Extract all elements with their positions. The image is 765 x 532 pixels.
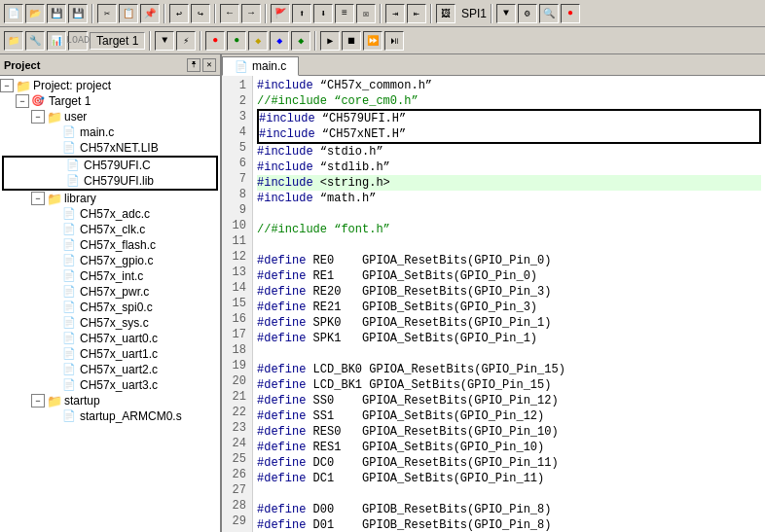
toolbar-btn-save2[interactable]: 💾 (68, 4, 88, 23)
code-line-6[interactable]: #include “stdlib.h” (257, 160, 761, 175)
toolbar-btn-r2[interactable]: 🔍 (539, 4, 559, 23)
sidebar-item-ch57x-adc[interactable]: 📄 CH57x_adc.c (0, 206, 220, 222)
toolbar-btn-blu[interactable]: ◆ (270, 31, 289, 51)
toolbar-btn-r1[interactable]: ⚙ (518, 4, 537, 23)
toolbar-btn-t4[interactable]: LOAD (68, 31, 88, 51)
toolbar-sep-2 (164, 4, 165, 23)
sidebar-item-user-folder[interactable]: − 📁 user (0, 109, 220, 124)
code-line-13[interactable]: #define RE1 GPIOA_SetBits(GPIO_Pin_0) (257, 268, 761, 284)
code-line-12[interactable]: #define RE0 GPIOA_ResetBits(GPIO_Pin_0) (257, 253, 761, 268)
code-line-9[interactable] (257, 206, 761, 222)
sidebar-item-project[interactable]: − 📁 Project: project (0, 78, 220, 93)
toolbar-btn-sel[interactable]: ▼ (155, 31, 174, 51)
target-expander[interactable]: − (16, 94, 29, 108)
code-line-5[interactable]: #include “stdio.h” (257, 144, 761, 160)
toolbar-btn-save[interactable]: 💾 (47, 4, 66, 23)
sidebar-item-ch57x-uart1[interactable]: 📄 CH57x_uart1.c (0, 346, 220, 362)
toolbar-btn-clr-bk[interactable]: ☒ (356, 4, 376, 23)
sidebar-item-target[interactable]: − 🎯 Target 1 (0, 93, 220, 109)
code-line-28[interactable]: #define D00 GPIOB_ResetBits(GPIO_Pin_8) (257, 502, 761, 517)
toolbar-btn-undo[interactable]: ↩ (169, 4, 189, 23)
toolbar-btn-indent[interactable]: ⇥ (385, 4, 405, 23)
code-line-18[interactable] (257, 346, 761, 362)
toolbar-btn-paste[interactable]: 📌 (140, 4, 160, 23)
code-line-26[interactable]: #define DC1 GPIOA_SetBits(GPIO_Pin_11) (257, 471, 761, 486)
code-area[interactable]: 1234567891011121314151617181920212223242… (222, 76, 765, 532)
sidebar-item-ch57x-uart3[interactable]: 📄 CH57x_uart3.c (0, 377, 220, 393)
toolbar-btn-unindent[interactable]: ⇤ (407, 4, 426, 23)
code-line-24[interactable]: #define RES1 GPIOA_SetBits(GPIO_Pin_10) (257, 440, 761, 455)
user-expander[interactable]: − (31, 110, 45, 124)
toolbar-btn-red-dot[interactable]: ● (205, 31, 225, 51)
toolbar-btn-copy[interactable]: 📋 (119, 4, 138, 23)
code-line-14[interactable]: #define RE20 GPIOB_ResetBits(GPIO_Pin_3) (257, 284, 761, 300)
code-line-21[interactable]: #define SS0 GPIOA_ResetBits(GPIO_Pin_12) (257, 393, 761, 408)
toolbar-btn-open[interactable]: 📂 (25, 4, 45, 23)
code-line-7[interactable]: #include <string.h> (257, 175, 761, 191)
toolbar-btn-b1[interactable]: ⚡ (176, 31, 196, 51)
toolbar-btn-prev-bk[interactable]: ⬆ (292, 4, 311, 23)
sidebar-item-ch57x-uart0[interactable]: 📄 CH57x_uart0.c (0, 331, 220, 346)
sidebar-item-startup-folder[interactable]: − 📁 startup (0, 393, 220, 408)
toolbar-btn-dbg4[interactable]: ⏯ (384, 31, 404, 51)
toolbar-btn-dropdown[interactable]: ▼ (496, 4, 516, 23)
code-line-4[interactable]: #include “CH57xNET.H” (259, 126, 759, 142)
toolbar-btn-redo[interactable]: ↪ (191, 4, 210, 23)
sidebar-item-ch57x-gpio[interactable]: 📄 CH57x_gpio.c (0, 253, 220, 268)
project-expander[interactable]: − (0, 79, 14, 92)
code-line-29[interactable]: #define D01 GPIOB_ResetBits(GPIO_Pin_8) (257, 517, 761, 532)
startup-expander[interactable]: − (31, 394, 45, 408)
toolbar-btn-t1[interactable]: 📁 (4, 31, 23, 51)
toolbar-btn-img[interactable]: 🖼 (436, 4, 455, 23)
toolbar-btn-bookmark[interactable]: 🚩 (271, 4, 290, 23)
toolbar-btn-t2[interactable]: 🔧 (25, 31, 45, 51)
code-lines[interactable]: #include “CH57x_common.h”//#include “cor… (253, 76, 765, 532)
sidebar-item-ch57x-pwr[interactable]: 📄 CH57x_pwr.c (0, 284, 220, 300)
sidebar-item-ch57x-clk[interactable]: 📄 CH57x_clk.c (0, 222, 220, 237)
sidebar-item-library-folder[interactable]: − 📁 library (0, 191, 220, 206)
tab-main-c[interactable]: 📄 main.c (222, 56, 299, 76)
code-line-8[interactable]: #include “math.h” (257, 191, 761, 206)
code-line-1[interactable]: #include “CH57x_common.h” (257, 78, 761, 93)
toolbar-btn-dbg1[interactable]: ▶ (320, 31, 340, 51)
toolbar-btn-nav-back[interactable]: ← (220, 4, 239, 23)
code-line-25[interactable]: #define DC0 GPIOA_ResetBits(GPIO_Pin_11) (257, 455, 761, 471)
sidebar-item-ch579ufi-c[interactable]: 📄 CH579UFI.C (4, 158, 216, 173)
code-line-3[interactable]: #include “CH579UFI.H” (259, 111, 759, 126)
code-line-2[interactable]: //#include “core_cm0.h” (257, 93, 761, 109)
code-line-19[interactable]: #define LCD_BK0 GPIOA_ResetBits(GPIO_Pin… (257, 362, 761, 377)
sidebar-item-startup-file[interactable]: 📄 startup_ARMCM0.s (0, 408, 220, 424)
toolbar-btn-grn2[interactable]: ◆ (291, 31, 310, 51)
sidebar-pin-btn[interactable]: 🖈 (187, 58, 200, 72)
sidebar-item-ch57xnet-lib[interactable]: 📄 CH57xNET.LIB (0, 140, 220, 156)
toolbar-btn-next-bk[interactable]: ⬇ (313, 4, 333, 23)
sidebar-item-ch57x-sys[interactable]: 📄 CH57x_sys.c (0, 315, 220, 331)
toolbar-btn-dbg2[interactable]: ⏹ (342, 31, 361, 51)
toolbar-btn-ylw[interactable]: ◆ (248, 31, 268, 51)
sidebar-close-btn[interactable]: ✕ (202, 58, 216, 72)
code-line-15[interactable]: #define RE21 GPIOB_SetBits(GPIO_Pin_3) (257, 300, 761, 315)
code-line-20[interactable]: #define LCD_BK1 GPIOA_SetBits(GPIO_Pin_1… (257, 377, 761, 393)
code-line-10[interactable]: //#include “font.h” (257, 222, 761, 237)
toolbar-btn-all-bk[interactable]: ≡ (335, 4, 354, 23)
sidebar-item-main-c[interactable]: 📄 main.c (0, 124, 220, 140)
code-line-22[interactable]: #define SS1 GPIOA_SetBits(GPIO_Pin_12) (257, 408, 761, 424)
code-line-16[interactable]: #define SPK0 GPIOA_ResetBits(GPIO_Pin_1) (257, 315, 761, 331)
code-line-17[interactable]: #define SPK1 GPIOA_SetBits(GPIO_Pin_1) (257, 331, 761, 346)
toolbar-btn-dbg3[interactable]: ⏩ (363, 31, 382, 51)
sidebar-item-ch57x-flash[interactable]: 📄 CH57x_flash.c (0, 237, 220, 253)
toolbar-btn-new[interactable]: 📄 (4, 4, 23, 23)
toolbar-btn-grn[interactable]: ● (227, 31, 246, 51)
library-expander[interactable]: − (31, 192, 45, 205)
code-line-27[interactable] (257, 486, 761, 502)
sidebar-item-ch57x-spi0[interactable]: 📄 CH57x_spi0.c (0, 300, 220, 315)
sidebar-item-ch579ufi-lib[interactable]: 📄 CH579UFI.lib (4, 173, 216, 189)
toolbar-btn-t3[interactable]: 📊 (47, 31, 66, 51)
code-line-23[interactable]: #define RES0 GPIOA_ResetBits(GPIO_Pin_10… (257, 424, 761, 440)
toolbar-btn-cut[interactable]: ✂ (97, 4, 117, 23)
code-line-11[interactable] (257, 237, 761, 253)
toolbar-btn-r3[interactable]: ● (561, 4, 580, 23)
sidebar-item-ch57x-uart2[interactable]: 📄 CH57x_uart2.c (0, 362, 220, 377)
sidebar-item-ch57x-int[interactable]: 📄 CH57x_int.c (0, 268, 220, 284)
toolbar-btn-nav-fwd[interactable]: → (241, 4, 261, 23)
